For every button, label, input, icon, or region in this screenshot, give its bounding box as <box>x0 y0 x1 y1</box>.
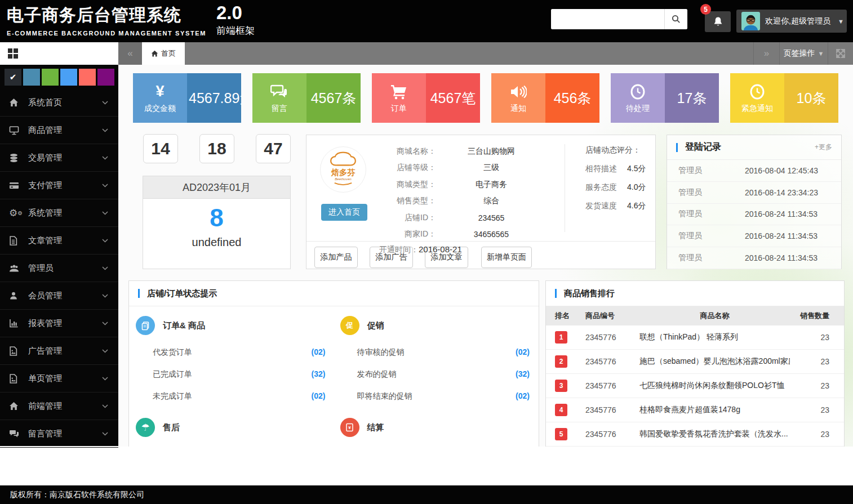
sidebar-item-product-mgmt[interactable]: 商品管理 <box>0 117 118 144</box>
digital-clock: 14 18 47 <box>143 134 291 163</box>
sidebar-item-frontend-mgmt[interactable]: 前端管理 <box>0 393 118 420</box>
sidebar-item-system-home[interactable]: 系统首页 <box>0 89 118 117</box>
fullscreen-button[interactable] <box>828 42 853 65</box>
clock-hours: 14 <box>143 134 178 163</box>
theme-swatch-purple[interactable] <box>97 69 114 86</box>
shop-fields: 商城名称：三台山购物网 店铺等级：三级 商城类型：电子商务 销售类型：综合 店铺… <box>373 143 547 243</box>
product-name-link[interactable]: 韩国爱敬挚爱香氛花香洗护套装（洗发水... <box>639 429 790 439</box>
rank-badge: 4 <box>555 404 567 416</box>
gears-icon: ⚙⚙ <box>9 208 23 218</box>
comments-icon <box>9 430 23 438</box>
product-name-link[interactable]: 施巴（sebamed）婴儿泡泡沐浴露200ml家庭... <box>639 356 790 367</box>
sidebar-item-report-mgmt[interactable]: 报表管理 <box>0 310 118 337</box>
shop-field-row: 商城类型：电子商务 <box>373 176 547 193</box>
tab-actions-dropdown[interactable]: 页签操作 ▼ <box>779 42 828 65</box>
status-panel-title: 店铺/订单状态提示 <box>147 288 217 299</box>
status-item[interactable]: 即将结束的促销(02) <box>340 391 530 402</box>
product-name-link[interactable]: 联想（ThinkPad） 轻薄系列 <box>639 332 790 342</box>
app-version: 2.0 <box>216 4 255 22</box>
sidebar-item-single-page-mgmt[interactable]: 单页管理 <box>0 365 118 393</box>
table-row: 3 2345776 七匹狼纯棉时尚休闲条纹翻领POLO衫T恤 23 <box>546 374 844 398</box>
stat-card-pending[interactable]: 待处理 17条 <box>611 73 719 123</box>
stat-card-urgent[interactable]: 紧急通知 10条 <box>730 73 838 123</box>
chevron-down-icon <box>102 322 108 325</box>
yen-icon: ¥ <box>156 83 164 101</box>
status-item[interactable]: 发布的促销(32) <box>340 369 530 380</box>
sidebar-item-payment-mgmt[interactable]: 支付管理 <box>0 172 118 199</box>
theme-swatch-blue[interactable] <box>60 69 77 86</box>
sidebar-collapse-button[interactable] <box>0 42 118 65</box>
search-input[interactable] <box>551 9 664 29</box>
add-product-button[interactable]: 添加产品 <box>314 247 358 268</box>
status-item[interactable]: 未完成订单(02) <box>136 391 326 402</box>
sidebar-item-ad-mgmt[interactable]: 广告管理 <box>0 337 118 365</box>
theme-swatch-dark[interactable]: ✔ <box>5 69 21 86</box>
user-menu[interactable]: 欢迎你,超级管理员 ▼ <box>736 10 847 33</box>
status-item[interactable]: 代发货订单(02) <box>136 347 326 358</box>
sidebar-item-trade-mgmt[interactable]: 交易管理 <box>0 144 118 172</box>
tab-home-label: 首页 <box>161 48 176 59</box>
clock-seconds: 47 <box>256 134 291 163</box>
stat-card-notices[interactable]: 通知 456条 <box>491 73 599 123</box>
tabs-scroll-right-button[interactable]: » <box>753 42 779 65</box>
umbrella-icon: ☂ <box>136 418 155 437</box>
sidebar-item-member-mgmt[interactable]: 会员管理 <box>0 282 118 310</box>
copyright-text: 版权所有：南京版石软件系统有限公司 <box>10 490 144 499</box>
welcome-text: 欢迎你,超级管理员 <box>765 16 830 26</box>
sidebar-item-system-mgmt[interactable]: ⚙⚙ 系统管理 <box>0 199 118 227</box>
clock-icon <box>630 83 646 101</box>
table-row: 1 2345776 联想（ThinkPad） 轻薄系列 23 <box>546 325 844 350</box>
tab-actions-label: 页签操作 <box>784 48 815 59</box>
shop-field-row: 店铺等级：三级 <box>373 160 547 177</box>
user-avatar <box>741 12 760 30</box>
home-icon <box>9 98 23 108</box>
theme-swatch-red[interactable] <box>79 69 96 86</box>
stat-card-value: 17条 <box>665 73 719 123</box>
sidebar-item-message-mgmt[interactable]: 留言管理 <box>0 420 118 448</box>
monitor-icon <box>9 126 23 135</box>
tabs-scroll-left-button[interactable]: « <box>118 42 142 65</box>
sales-ranking-panel: 商品销售排行 排名 商品编号 商品名称 销售数量 1 2345776 联想（Th… <box>545 280 845 447</box>
main-content: ¥ 成交金额 4567.89元 留言 4567条 订单 4567笔 <box>118 65 853 447</box>
search-button[interactable] <box>664 9 687 29</box>
more-link[interactable]: +更多 <box>815 142 832 152</box>
rating-row: 服务态度4.0分 <box>585 182 646 193</box>
brand: 电子商务后台管理系统 E-COMMERCE BACKGROUND MANAGEM… <box>7 4 255 37</box>
status-section-orders: 订单& 商品 代发货订单(02) 已完成订单(32) 未完成订单(02) <box>136 306 326 402</box>
chat-icon <box>270 83 288 101</box>
rank-badge: 3 <box>555 380 567 392</box>
tab-home[interactable]: 首页 <box>142 42 185 65</box>
table-row: 2 2345776 施巴（sebamed）婴儿泡泡沐浴露200ml家庭... 2… <box>546 350 844 374</box>
chevron-down-icon <box>102 377 108 381</box>
document-icon <box>9 236 23 246</box>
sidebar-item-administrators[interactable]: 管理员 <box>0 255 118 282</box>
enter-shop-home-button[interactable]: 进入首页 <box>321 204 367 221</box>
notifications-button[interactable]: 5 <box>705 11 731 32</box>
calendar-month: AD2023年01月 <box>143 176 290 199</box>
stat-card-messages[interactable]: 留言 4567条 <box>252 73 361 123</box>
theme-swatch-green[interactable] <box>42 69 59 86</box>
login-record-row: 管理员2016-08-04 12:45:43 <box>667 160 841 182</box>
sales-ranking-title: 商品销售排行 <box>564 288 615 299</box>
login-records-title: 登陆记录 <box>685 141 721 153</box>
chevron-down-icon <box>102 156 108 160</box>
stat-card-orders[interactable]: 订单 4567笔 <box>372 73 480 123</box>
theme-color-picker: ✔ <box>0 65 118 89</box>
status-item[interactable]: 待审核的促销(02) <box>340 347 530 358</box>
sidebar-item-article-mgmt[interactable]: 文章管理 <box>0 227 118 255</box>
product-name-link[interactable]: 桂格即食燕麦片超值装1478g <box>639 405 790 415</box>
product-name-link[interactable]: 七匹狼纯棉时尚休闲条纹翻领POLO衫T恤 <box>639 381 790 391</box>
calendar-widget: AD2023年01月 8 undefined <box>143 176 291 269</box>
stat-card-value: 456条 <box>545 73 599 123</box>
table-row: 4 2345776 桂格即食燕麦片超值装1478g 23 <box>546 398 844 422</box>
status-item[interactable]: 已完成订单(32) <box>136 369 326 380</box>
user-icon <box>9 291 23 300</box>
login-record-row: 管理员2016-08-14 23:34:23 <box>667 182 841 204</box>
chevron-down-icon <box>102 349 108 353</box>
stat-card-turnover[interactable]: ¥ 成交金额 4567.89元 <box>133 73 241 123</box>
calendar-weekday: undefined <box>143 236 290 249</box>
sidebar-body: ✔ 系统首页 商品管理 交易管理 <box>0 65 118 446</box>
add-single-page-button[interactable]: 新增单页面 <box>481 247 532 268</box>
theme-swatch-steel-blue[interactable] <box>23 69 40 86</box>
shop-open-time: 开通时间：2016-08-21 <box>379 244 462 255</box>
